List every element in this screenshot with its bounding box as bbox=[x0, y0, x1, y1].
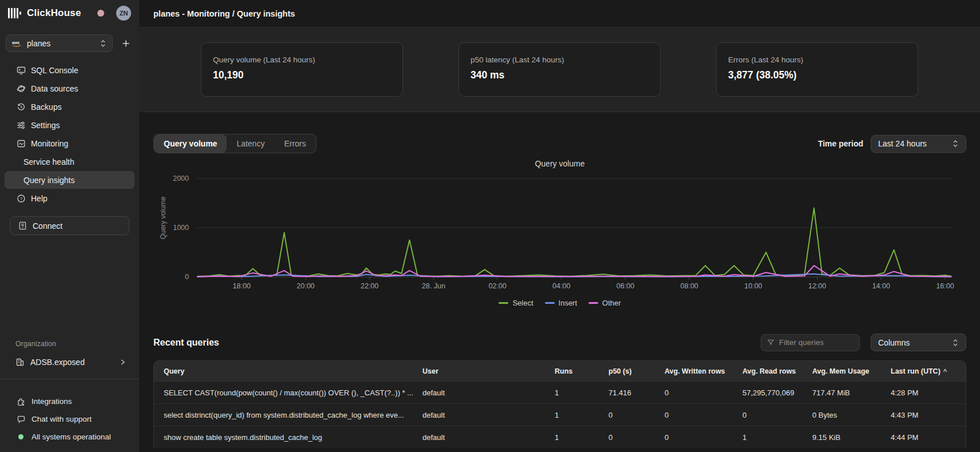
sidebar-item-monitoring[interactable]: Monitoring bbox=[5, 134, 135, 152]
sort-ascending-icon: ^ bbox=[943, 368, 947, 375]
time-period-label: Time period bbox=[818, 139, 863, 148]
column-header-query[interactable]: Query bbox=[154, 367, 422, 375]
aws-icon: aws bbox=[12, 40, 22, 47]
connect-label: Connect bbox=[33, 221, 62, 231]
chart-ylabel: Query volume bbox=[159, 187, 167, 249]
connect-icon bbox=[18, 221, 27, 230]
sidebar-item-query-insights[interactable]: Query insights bbox=[5, 171, 135, 189]
chevron-updown-icon bbox=[952, 339, 959, 347]
x-tick-label: 20:00 bbox=[297, 282, 314, 290]
column-header-avg-written-rows[interactable]: Avg. Written rows bbox=[665, 367, 742, 375]
table-row[interactable]: select distrinct(query_id) from system.d… bbox=[154, 403, 966, 426]
cell-avg-mem-usage: 9.15 KiB bbox=[812, 433, 891, 442]
cell-query: show create table system.distributed_cac… bbox=[154, 433, 422, 442]
service-selector[interactable]: aws planes bbox=[6, 34, 113, 52]
cell-query: select distrinct(query_id) from system.d… bbox=[154, 411, 422, 419]
column-header-runs[interactable]: Runs bbox=[555, 367, 608, 375]
column-header-user[interactable]: User bbox=[422, 367, 555, 375]
cell-avg-mem-usage: 0 Bytes bbox=[812, 411, 891, 419]
filter-queries-input[interactable] bbox=[779, 338, 848, 347]
stat-label: p50 latency (Last 24 hours) bbox=[471, 55, 649, 64]
topbar: planes - Monitoring / Query insights bbox=[139, 0, 980, 27]
cell-avg-written-rows: 0 bbox=[665, 411, 742, 419]
cell-last-run-utc-: 4:28 PM bbox=[891, 388, 966, 397]
legend-item-other[interactable]: Other bbox=[588, 299, 621, 307]
x-tick-label: 22:00 bbox=[361, 282, 378, 290]
svg-text:aws: aws bbox=[12, 41, 19, 45]
organization-name: ADSB.exposed bbox=[30, 358, 85, 367]
chart-title: Query volume bbox=[153, 159, 966, 168]
stat-value: 3,877 (38.05%) bbox=[728, 69, 906, 81]
x-tick-label: 08:00 bbox=[681, 282, 698, 290]
x-tick-label: 04:00 bbox=[552, 282, 570, 290]
chevron-right-icon bbox=[120, 359, 125, 366]
chat-icon bbox=[16, 415, 26, 424]
sidebar-item-backups[interactable]: Backups bbox=[5, 98, 135, 116]
table-row[interactable]: show create table system.distributed_cac… bbox=[154, 426, 966, 448]
stat-label: Query volume (Last 24 hours) bbox=[213, 55, 391, 64]
columns-select[interactable]: Columns bbox=[871, 334, 966, 351]
filter-queries-field[interactable] bbox=[761, 334, 860, 351]
tab-latency[interactable]: Latency bbox=[227, 134, 274, 153]
recent-queries-heading: Recent queries bbox=[153, 338, 219, 348]
sidebar-item-service-health[interactable]: Service health bbox=[5, 153, 135, 171]
chevron-updown-icon bbox=[100, 39, 106, 47]
notification-dot[interactable] bbox=[97, 10, 104, 17]
page-title: planes - Monitoring / Query insights bbox=[153, 9, 295, 18]
cell-user: default bbox=[422, 388, 555, 397]
sidebar-item-label: Backups bbox=[31, 102, 62, 112]
sidebar-item-settings[interactable]: Settings bbox=[5, 116, 135, 134]
plus-icon bbox=[122, 39, 130, 47]
sidebar-item-label: Data sources bbox=[31, 84, 78, 93]
sidebar-item-label: Help bbox=[31, 194, 48, 203]
add-service-button[interactable] bbox=[118, 36, 133, 51]
time-period-value: Last 24 hours bbox=[878, 139, 927, 148]
legend-swatch bbox=[545, 302, 555, 304]
sidebar-item-sql-console[interactable]: SQL Console bbox=[5, 61, 135, 79]
organization-heading: Organization bbox=[15, 340, 139, 348]
stat-value: 10,190 bbox=[213, 69, 391, 81]
cell-avg-read-rows: 0 bbox=[742, 411, 812, 419]
cell-query: SELECT CAST(round(pow(count() / max(coun… bbox=[154, 388, 422, 397]
column-header-p50-s-[interactable]: p50 (s) bbox=[608, 367, 665, 375]
x-tick-label: 14:00 bbox=[872, 282, 890, 290]
chart-canvas[interactable]: 01000200018:0020:0022:0028. Jun02:0004:0… bbox=[153, 171, 966, 292]
time-period-select[interactable]: Last 24 hours bbox=[871, 135, 966, 153]
avatar[interactable]: ZN bbox=[116, 6, 131, 21]
service-name: planes bbox=[27, 39, 50, 48]
legend-item-select[interactable]: Select bbox=[499, 299, 533, 307]
connect-button[interactable]: Connect bbox=[10, 216, 129, 235]
sidebar-item-data-sources[interactable]: Data sources bbox=[5, 80, 135, 97]
svg-text:?: ? bbox=[19, 196, 22, 201]
column-header-avg-mem-usage[interactable]: Avg. Mem Usage bbox=[812, 367, 891, 375]
system-status-item[interactable]: All systems operational bbox=[5, 429, 135, 445]
column-header-avg-read-rows[interactable]: Avg. Read rows bbox=[742, 367, 812, 375]
sidebar-item-label: Settings bbox=[31, 121, 60, 130]
console-icon bbox=[16, 65, 26, 75]
column-header-last-run-utc-[interactable]: Last run (UTC)^ bbox=[891, 367, 966, 375]
sidebar-item-label: SQL Console bbox=[31, 66, 78, 75]
legend-swatch bbox=[588, 302, 598, 304]
x-tick-label: 02:00 bbox=[488, 282, 506, 290]
cell-avg-written-rows: 0 bbox=[665, 388, 742, 397]
cell-runs: 1 bbox=[555, 388, 608, 397]
cell-p50-s-: 0 bbox=[608, 433, 665, 442]
tab-errors[interactable]: Errors bbox=[274, 134, 315, 153]
legend-item-insert[interactable]: Insert bbox=[545, 299, 578, 307]
cell-last-run-utc-: 4:44 PM bbox=[891, 433, 966, 442]
tab-query-volume[interactable]: Query volume bbox=[154, 134, 227, 153]
sidebar-item-chat-support[interactable]: Chat with support bbox=[5, 411, 135, 427]
stat-value: 340 ms bbox=[471, 69, 649, 81]
table-row[interactable]: SELECT CAST(round(pow(count() / max(coun… bbox=[154, 381, 966, 403]
cell-avg-written-rows: 0 bbox=[665, 433, 742, 442]
status-dot-icon bbox=[16, 434, 26, 439]
sidebar-item-help[interactable]: ?Help bbox=[5, 189, 135, 207]
sidebar-item-integrations[interactable]: Integrations bbox=[5, 393, 135, 410]
sidebar-nav: SQL ConsoleData sourcesBackupsSettingsMo… bbox=[0, 61, 139, 207]
cell-last-run-utc-: 4:43 PM bbox=[891, 411, 966, 419]
x-tick-label: 18:00 bbox=[233, 282, 251, 290]
chart-legend: SelectInsertOther bbox=[153, 299, 966, 307]
brand-name: ClickHouse bbox=[27, 7, 81, 19]
organization-item[interactable]: ADSB.exposed bbox=[0, 354, 133, 371]
legend-label: Other bbox=[602, 299, 621, 307]
